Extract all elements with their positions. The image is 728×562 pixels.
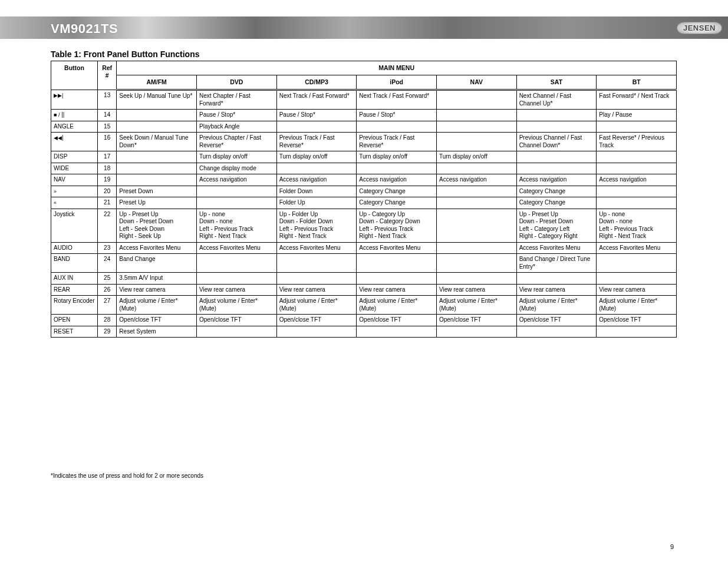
mode-ipod: iPod [357,75,437,90]
button-cell: ■ / || [51,110,98,121]
mode-cell [197,197,277,209]
mode-cell: Fast Forward* / Next Track [597,90,677,110]
table-row: «21Preset UpFolder UpCategory ChangeCate… [51,197,677,209]
mode-cell: Folder Down [276,186,357,197]
mode-cell [436,133,516,151]
mode-cell: Open/close TFT [357,315,437,326]
mode-cell: Up - Folder UpDown - Folder DownLeft - P… [276,209,357,242]
stop-play-icon: ■ / [54,113,60,118]
ref-cell: 17 [97,151,116,163]
mode-cell: Access navigation [357,174,437,186]
mode-cell: Adjust volume / Enter* (Mute) [597,296,677,315]
mode-cell [436,326,516,338]
mode-cell: Access Favorites Menu [516,242,597,254]
table-row: Rotary Encoder27Adjust volume / Enter* (… [51,296,677,315]
mode-cell: View rear camera [197,284,277,296]
mode-cell: Up - noneDown - noneLeft - Previous Trac… [197,209,277,242]
mode-cell: View rear camera [117,284,197,296]
mode-cell: Preset Up [117,197,197,209]
mode-cell: 3.5mm A/V Input [117,273,197,285]
mode-cell [436,273,516,285]
mode-nav: NAV [436,75,516,90]
mode-cell: Play / Pause [597,110,677,121]
mode-cell: Open/close TFT [597,315,677,326]
button-cell: NAV [51,174,98,186]
mode-cell [276,254,357,273]
mode-cell [357,273,437,285]
mode-cell: Access Favorites Menu [117,242,197,254]
mode-cell [197,273,277,285]
mode-cell: Up - Preset UpDown - Preset DownLeft - C… [516,209,597,242]
button-cell: AUDIO [51,242,98,254]
mode-cell: Access navigation [197,174,277,186]
ref-cell: 22 [97,209,116,242]
table-row: ◀◀|16Seek Down / Manual Tune Down*Previo… [51,133,677,151]
button-cell: OPEN [51,315,98,326]
button-cell: WIDE [51,163,98,174]
ref-cell: 23 [97,242,116,254]
mode-cell: View rear camera [597,284,677,296]
table-row: REAR26View rear cameraView rear cameraVi… [51,284,677,296]
ref-cell: 19 [97,174,116,186]
ref-cell: 20 [97,186,116,197]
mode-cell: Next Chapter / Fast Forward* [197,90,277,110]
mode-cell: Turn display on/off [436,151,516,163]
ref-cell: 29 [97,326,116,338]
table-row: ▶▶|13Seek Up / Manual Tune Up*Next Chapt… [51,90,677,110]
mode-cell: Next Track / Fast Forward* [357,90,437,110]
nav-up-icon: « [54,200,57,206]
mode-cell: Open/close TFT [197,315,277,326]
mode-amfm: AM/FM [117,75,197,90]
mode-cell: Band Change / Direct Tune Entry* [516,254,597,273]
mode-cell [436,254,516,273]
mode-cell: Adjust volume / Enter* (Mute) [357,296,437,315]
mode-cell: View rear camera [436,284,516,296]
ref-cell: 16 [97,133,116,151]
ref-cell: 26 [97,284,116,296]
mode-cell [197,326,277,338]
button-cell: REAR [51,284,98,296]
mode-cell: Access navigation [597,174,677,186]
button-cell: » [51,186,98,197]
mode-cell: Adjust volume / Enter* (Mute) [117,296,197,315]
mode-cell [436,209,516,242]
mode-dvd: DVD [197,75,277,90]
ref-cell: 21 [97,197,116,209]
rewind-icon: ◀◀ [54,135,62,141]
mode-cell [117,163,197,174]
mode-cell: Adjust volume / Enter* (Mute) [436,296,516,315]
mode-cell [276,326,357,338]
mode-cell: Seek Up / Manual Tune Up* [117,90,197,110]
mode-cell: Category Change [357,197,437,209]
mode-cell: Previous Chapter / Fast Reverse* [197,133,277,151]
ref-cell: 27 [97,296,116,315]
mode-cell [436,110,516,121]
mode-cell [516,273,597,285]
mode-cd: CD/MP3 [276,75,357,90]
mode-cell [117,174,197,186]
mode-cell: Band Change [117,254,197,273]
mode-cell: Previous Track / Fast Reverse* [276,133,357,151]
functions-table: Button Ref # MAIN MENU AM/FM DVD CD/MP3 … [51,61,677,338]
mode-cell: Access Favorites Menu [597,242,677,254]
mode-cell: Folder Up [276,197,357,209]
table-row: Joystick22Up - Preset UpDown - Preset Do… [51,209,677,242]
mode-cell [597,151,677,163]
mode-cell [597,163,677,174]
mode-cell [516,121,597,133]
mode-cell: Up - Preset UpDown - Preset DownLeft - S… [117,209,197,242]
mode-cell: View rear camera [357,284,437,296]
mode-cell [357,163,437,174]
mode-cell: Open/close TFT [117,315,197,326]
ref-cell: 18 [97,163,116,174]
table-row: AUX IN253.5mm A/V Input [51,273,677,285]
mode-bt: BT [597,75,677,90]
button-cell: ANGLE [51,121,98,133]
mode-cell [597,326,677,338]
ref-cell: 28 [97,315,116,326]
table-row: BAND24Band ChangeBand Change / Direct Tu… [51,254,677,273]
table-row: ANGLE15Playback Angle [51,121,677,133]
ref-cell: 15 [97,121,116,133]
mode-cell: Open/close TFT [436,315,516,326]
mode-cell: Change display mode [197,163,277,174]
